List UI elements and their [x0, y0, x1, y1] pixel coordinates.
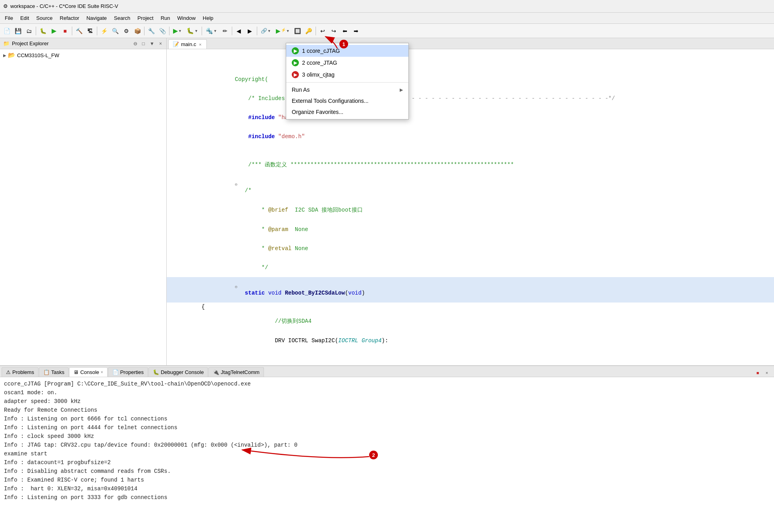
console-icon: 🖥 — [73, 369, 79, 375]
close-console-btn[interactable]: × — [763, 369, 771, 377]
project-name: CCM3310S-L_FW — [17, 52, 59, 58]
tool4[interactable]: 📦 — [132, 26, 142, 36]
more-tools[interactable]: 🔗 ▼ — [259, 27, 273, 35]
external-tools-item[interactable]: External Tools Configurations... — [286, 95, 408, 106]
sep9 — [316, 27, 316, 35]
tool3[interactable]: ⚙ — [121, 26, 131, 36]
ext-tools[interactable]: 🔩 ▼ — [204, 26, 219, 36]
code-line: /* Includes ----------------------------… — [167, 89, 774, 108]
code-line: { — [167, 303, 774, 311]
tab-properties[interactable]: 📄 Properties — [108, 367, 148, 377]
save-all-button[interactable]: 🗂 — [24, 26, 34, 36]
run-as-item[interactable]: Run As ▶ — [286, 84, 408, 95]
toolbar: 📄 💾 🗂 🐛 ▶ ■ 🔨 🏗 ⚡ 🔍 ⚙ 📦 🔧 📎 ▶ ▼ 🐛 ▼ 🔩 ▼ … — [0, 24, 774, 38]
line-content: { — [187, 304, 774, 310]
copyright-text: Copyright( — [235, 76, 268, 83]
config-ccore-jtag[interactable]: ▶ 2 ccore_JTAG — [286, 57, 408, 69]
back-button[interactable]: ◀ — [234, 26, 244, 36]
tab-console[interactable]: 🖥 Console × — [69, 367, 108, 377]
console-line: oscan1 mode: on. — [4, 388, 770, 397]
nav-back[interactable]: ⬅ — [340, 26, 350, 36]
tool6[interactable]: 📎 — [157, 26, 168, 36]
menu-navigate[interactable]: Navigate — [83, 14, 110, 22]
badge-2-label: 2 — [372, 452, 375, 458]
menu-run[interactable]: Run — [158, 14, 173, 22]
minimize-btn[interactable]: ⊖ — [132, 40, 139, 47]
config-olimx-cjtag[interactable]: ▶ 3 olimx_cjtag — [286, 69, 408, 81]
nav-forward[interactable]: ➡ — [351, 26, 361, 36]
console-line: Info : Listening on port 4444 for telnet… — [4, 423, 770, 432]
title-icon: ⚙ — [3, 3, 8, 9]
tab-jtag-telnet[interactable]: 🔌 JtagTelnetComm — [208, 367, 264, 377]
sep8 — [257, 27, 257, 35]
line-content: * @brief I2C SDA 接地回boot接口 — [187, 200, 774, 220]
undo-button[interactable]: ↩ — [318, 26, 328, 36]
tool1[interactable]: ⚡ — [99, 26, 109, 36]
organize-favorites-item[interactable]: Organize Favorites... — [286, 106, 408, 118]
console-line: Info : Disabling abstract command reads … — [4, 467, 770, 476]
run-external[interactable]: ▶ ⚡ ▼ — [274, 26, 292, 36]
window-title: workspace - C/C++ - C*Core IDE Suite RIS… — [10, 3, 118, 9]
menu-bar: File Edit Source Refactor Navigate Searc… — [0, 13, 774, 24]
config-label-2: 2 ccore_JTAG — [302, 60, 337, 66]
build-all-button[interactable]: 🏗 — [85, 26, 95, 36]
tab-close-btn[interactable]: × — [198, 42, 202, 47]
config-ccore-cjtag[interactable]: ▶ 1 ccore_cJTAG — [286, 45, 408, 57]
menu-search[interactable]: Search — [111, 14, 133, 22]
project-root-item[interactable]: ▶ 📂 CCM3310S-L_FW — [0, 51, 166, 60]
forward-button[interactable]: ▶ — [245, 26, 255, 36]
build-button[interactable]: 🔨 — [74, 26, 84, 36]
tab-icon: 📝 — [173, 41, 179, 47]
menu-project[interactable]: Project — [134, 14, 156, 22]
line-content: * @retval None — [187, 239, 774, 258]
menu-source[interactable]: Source — [33, 14, 56, 22]
maximize-btn[interactable]: □ — [141, 40, 146, 47]
code-line — [167, 146, 774, 155]
tab-tasks[interactable]: 📋 Tasks — [39, 367, 69, 377]
console-close-btn[interactable]: × — [101, 370, 103, 374]
run-button[interactable]: ▶ — [49, 26, 59, 36]
run-with-config[interactable]: ▶ ▼ — [171, 26, 184, 36]
line-content: DRV IOCTRL SwapI2C(IOCTRL Group4): — [187, 331, 774, 350]
redo-button[interactable]: ↪ — [329, 26, 339, 36]
sep5 — [169, 27, 169, 35]
code-line: + Copyright( — [167, 51, 774, 89]
stop-console-btn[interactable]: ■ — [754, 369, 762, 377]
bottom-panel-toolbar: ■ × — [754, 369, 772, 377]
console-line: Info : hart 0: XLEN=32, misa=0x40901014 — [4, 484, 770, 493]
menu-help[interactable]: Help — [200, 14, 217, 22]
tab-problems[interactable]: ⚠ Problems — [2, 367, 39, 377]
tab-debugger-console[interactable]: 🐛 Debugger Console — [148, 367, 208, 377]
console-line: adapter speed: 3000 kHz — [4, 397, 770, 406]
settings-icon[interactable]: 🔑 — [304, 26, 314, 36]
editor-tab-bar: 📝 main.c × — [167, 38, 774, 49]
panel-menu-btn[interactable]: ▼ — [148, 40, 156, 47]
run-as-label: Run As — [292, 87, 310, 93]
sep7 — [232, 27, 232, 35]
close-panel-btn[interactable]: × — [158, 40, 163, 47]
tool2[interactable]: 🔍 — [110, 26, 120, 36]
sep4 — [144, 27, 144, 35]
stop-button[interactable]: ■ — [60, 26, 70, 36]
line-content: */ — [187, 258, 774, 277]
code-line: * @brief I2C SDA 接地回boot接口 — [167, 200, 774, 220]
collapse-func-btn[interactable]: ⊖ — [235, 285, 238, 289]
code-editor[interactable]: + Copyright( /* Includes ---------------… — [167, 49, 774, 365]
menu-file[interactable]: File — [2, 14, 16, 22]
line-content: //切换到SDA4 — [187, 311, 774, 331]
console-line: examine start — [4, 449, 770, 458]
tool5[interactable]: 🔧 — [146, 26, 156, 36]
console-line: Info : datacount=1 progbufsize=2 — [4, 458, 770, 467]
collapse-btn[interactable]: ⊖ — [235, 182, 238, 187]
tool-pencil[interactable]: ✏ — [220, 26, 230, 36]
editor-tab-main[interactable]: 📝 main.c × — [168, 39, 207, 49]
menu-edit[interactable]: Edit — [17, 14, 32, 22]
debug-button[interactable]: 🐛 — [38, 26, 48, 36]
new-button[interactable]: 📄 — [2, 26, 12, 36]
debug-with-config[interactable]: 🐛 ▼ — [185, 26, 200, 36]
save-button[interactable]: 💾 — [13, 26, 23, 36]
menu-refactor[interactable]: Refactor — [57, 14, 83, 22]
tasks-icon: 📋 — [43, 369, 50, 375]
menu-window[interactable]: Window — [174, 14, 199, 22]
chip-icon[interactable]: 🔲 — [293, 26, 303, 36]
